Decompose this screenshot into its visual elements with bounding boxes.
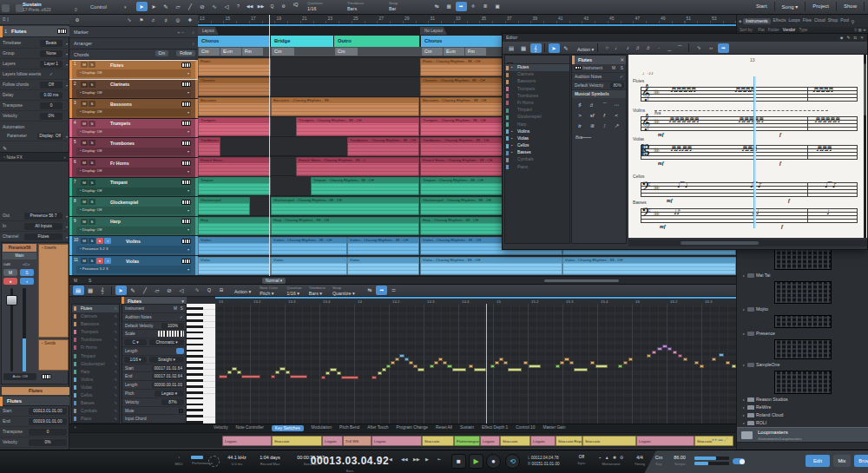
sharp-icon[interactable]: ♯ xyxy=(161,16,172,25)
in-row[interactable]: InAll Inputs▾ xyxy=(0,221,69,232)
mute-button[interactable]: M xyxy=(3,269,17,276)
edit-button[interactable]: Edit xyxy=(806,455,830,467)
row-value[interactable]: 87% xyxy=(161,399,184,405)
note-cluster[interactable]: ♬♬♬♬♬ xyxy=(670,86,694,94)
track-mute-button[interactable]: M xyxy=(81,180,88,186)
browser-folder-roland-cloud[interactable]: ▸Roland Cloud xyxy=(737,411,868,419)
quantize-select[interactable]: Quantize1/16 xyxy=(307,1,323,11)
inspector-header[interactable]: ≡ | xyxy=(0,15,69,25)
midi-note[interactable] xyxy=(474,368,486,371)
track-header-harp[interactable]: 9MSHarp◔ Display: Off▾ xyxy=(69,217,198,237)
score-editor-titlebar[interactable]: Editor ◆✎⧉✕ xyxy=(503,34,867,42)
snap-select[interactable]: SnapBar xyxy=(389,1,398,11)
clip-event[interactable]: Violins xyxy=(198,237,271,256)
mix-button[interactable]: Mix xyxy=(833,455,851,467)
keyboard-icon[interactable] xyxy=(181,102,191,107)
row-value[interactable]: 00000.00.01.00 xyxy=(152,382,184,388)
play-button[interactable]: ▶ xyxy=(469,454,483,469)
controller-tab-control-10[interactable]: Control 10 xyxy=(516,425,535,431)
track-mute-button[interactable]: M xyxy=(81,238,88,244)
clip-event[interactable]: Timpani xyxy=(198,177,271,196)
controller-tab-modulation[interactable]: Modulation xyxy=(312,425,332,431)
track-display-row[interactable]: ◔ Presence 5 2 3▾ xyxy=(76,266,191,273)
edit-icon[interactable]: ✎ xyxy=(847,36,851,40)
score-list-item-basses[interactable]: Basses• xyxy=(505,149,569,156)
wrench-icon[interactable]: ⚙ xyxy=(72,16,83,25)
clip-event[interactable]: Timpani - Chasing Rhythms - 88 - CH xyxy=(420,177,503,196)
drum-view-icon[interactable]: ▤ xyxy=(73,286,84,295)
midi-note[interactable] xyxy=(560,361,564,365)
clip-event[interactable]: Trombones - Chasing Rhythms - 88 - CH xyxy=(420,137,503,156)
score-list-item-fr-horns[interactable]: Fr Horns xyxy=(505,100,569,107)
controller-tab-key-switches[interactable]: Key Switches xyxy=(272,425,304,431)
loop-icon[interactable]: ↹ xyxy=(364,286,375,295)
keyswitch-block[interactable]: Legato xyxy=(372,436,422,446)
clip-event[interactable]: Trombones xyxy=(198,137,220,156)
param-value[interactable]: Off xyxy=(40,82,62,89)
grid-icon[interactable]: ▦ xyxy=(444,2,455,11)
rewind-icon[interactable]: ◀◀ xyxy=(245,2,255,11)
midi-note[interactable] xyxy=(430,365,434,368)
midi-note[interactable] xyxy=(667,347,672,351)
midi-note[interactable] xyxy=(271,375,275,378)
keyswitch-block[interactable]: Legato xyxy=(530,436,556,446)
note-inspector-row[interactable]: Mute xyxy=(122,407,186,416)
track-display-row[interactable]: ◔ Display: Off▾ xyxy=(76,128,191,136)
clip-event[interactable]: Flutes xyxy=(198,58,271,77)
audition-notes-row[interactable]: Audition Notes✓ xyxy=(572,73,626,82)
note-duration-button[interactable]: ♬ xyxy=(634,43,643,53)
parameter-row[interactable]: Parameter Display: Off▾ xyxy=(0,131,69,141)
chord-follow-button[interactable]: Follow xyxy=(176,50,195,56)
gear-icon[interactable]: ⚙ xyxy=(620,455,623,460)
click-icon[interactable]: ▲ xyxy=(605,455,609,460)
eraser-tool[interactable]: ▱ xyxy=(173,2,184,11)
keyswitch-block[interactable]: Staccato xyxy=(582,436,636,446)
editor-list-item-cellos[interactable]: Cellos✎ xyxy=(72,391,119,399)
score-list-item-harp[interactable]: Harp xyxy=(505,122,569,128)
score-list-item-violins[interactable]: Violins• xyxy=(505,128,569,135)
pencil-icon[interactable]: ✎ xyxy=(115,352,117,360)
track-header-trombones[interactable]: 5MSTrombones◔ Display: Off▾ xyxy=(69,138,198,158)
chord-value-chip[interactable]: Cm xyxy=(155,50,168,56)
track-solo-button[interactable]: S xyxy=(89,219,95,225)
inspector-param-row[interactable]: Delay0.00 ms xyxy=(0,90,69,101)
split-icon[interactable]: ⊟ xyxy=(216,286,227,295)
pencil-icon[interactable]: ✎ xyxy=(115,312,117,320)
key-signature[interactable]: CmKey xyxy=(651,455,667,466)
param-value[interactable]: Beats xyxy=(40,40,62,47)
detach-icon[interactable]: ⧉ xyxy=(854,36,857,40)
clip-event[interactable]: Violas xyxy=(347,257,419,276)
pianoroll-view-icon[interactable]: ▦ xyxy=(85,286,96,295)
track-solo-button[interactable]: S xyxy=(89,199,95,205)
note-cluster[interactable]: ♬♬♬♬ xyxy=(812,86,832,94)
midi-note[interactable] xyxy=(395,358,399,361)
musical-symbol-button[interactable]: ⌒ xyxy=(598,100,610,110)
clip-event[interactable]: Glockenspiel - Chasing Rhythms - 88 - CH xyxy=(271,197,419,216)
tempo-display[interactable]: 86.00Tempo xyxy=(668,455,691,466)
chord-event[interactable]: Cm xyxy=(272,48,294,56)
musical-symbol-button[interactable]: < xyxy=(610,110,622,121)
add-icon[interactable]: ✛ xyxy=(468,2,479,11)
track-mute-button[interactable]: M xyxy=(81,199,88,205)
note-duration-button[interactable]: ‿ xyxy=(665,43,674,53)
pencil-tool[interactable]: ✎ xyxy=(561,43,572,53)
bend-tool[interactable]: ∿ xyxy=(209,2,220,11)
add-track-icon[interactable]: ✚ xyxy=(185,16,196,25)
browser-tab-files[interactable]: Files xyxy=(803,18,812,24)
pencil-icon[interactable]: ✎ xyxy=(115,360,117,368)
score-list-item-cellos[interactable]: Cellos• xyxy=(505,142,569,149)
midi-note[interactable] xyxy=(673,351,677,354)
sort-option-type[interactable]: Type xyxy=(799,28,807,32)
track-display-row[interactable]: ◔ Display: Off▾ xyxy=(76,227,191,234)
score-playhead[interactable] xyxy=(753,76,756,228)
midi-note[interactable] xyxy=(469,365,473,368)
track-solo-button[interactable]: S xyxy=(89,62,95,68)
track-header-clarinets[interactable]: 2MSClarinets◔ Display: Off▾ xyxy=(69,80,198,100)
metronome-cluster[interactable]: ⌁▲✱⚙ Metronome xyxy=(594,455,628,466)
midi-note[interactable] xyxy=(326,371,330,375)
note-cluster[interactable]: ♩ ♪ xyxy=(674,208,680,216)
rewind-icon[interactable]: ◀◀ xyxy=(401,457,408,462)
event-param-row[interactable]: Velocity0% xyxy=(0,437,69,448)
note-inspector-row[interactable]: PitchLegato ▾ xyxy=(122,390,186,398)
clip-event[interactable]: Trumpets - Chasing Rhythms - 88 - CH xyxy=(296,117,419,136)
